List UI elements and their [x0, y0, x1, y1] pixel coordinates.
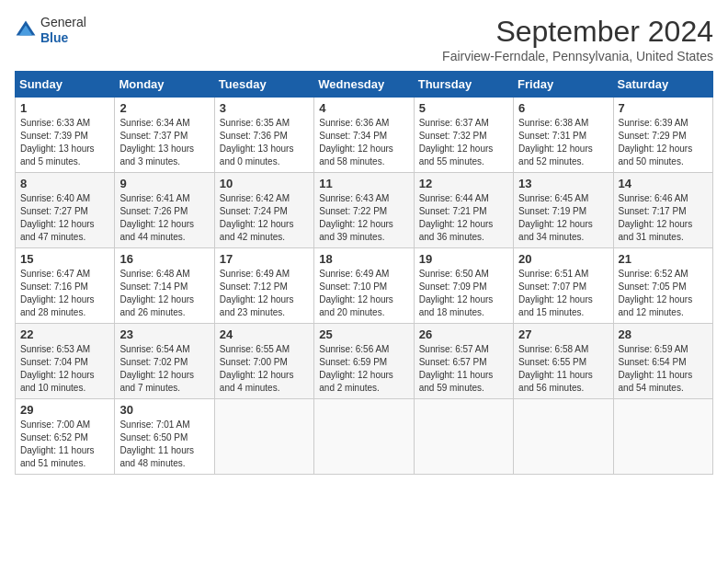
day-info: Sunrise: 6:50 AM Sunset: 7:09 PM Dayligh… [419, 268, 508, 319]
day-number: 25 [319, 327, 408, 341]
day-info: Sunrise: 6:56 AM Sunset: 6:59 PM Dayligh… [319, 343, 408, 395]
calendar-cell: 21Sunrise: 6:52 AM Sunset: 7:05 PM Dayli… [613, 248, 712, 324]
calendar-cell: 26Sunrise: 6:57 AM Sunset: 6:57 PM Dayli… [414, 324, 513, 399]
day-info: Sunrise: 6:48 AM Sunset: 7:14 PM Dayligh… [119, 268, 209, 319]
calendar-cell: 25Sunrise: 6:56 AM Sunset: 6:59 PM Dayli… [314, 324, 414, 399]
day-info: Sunrise: 6:35 AM Sunset: 7:36 PM Dayligh… [220, 117, 309, 168]
day-number: 24 [220, 327, 309, 341]
day-info: Sunrise: 6:53 AM Sunset: 7:04 PM Dayligh… [20, 343, 109, 395]
day-number: 22 [20, 327, 109, 341]
day-number: 23 [119, 327, 209, 341]
day-number: 7 [619, 101, 708, 115]
calendar-cell: 27Sunrise: 6:58 AM Sunset: 6:55 PM Dayli… [514, 324, 613, 399]
day-info: Sunrise: 7:01 AM Sunset: 6:50 PM Dayligh… [119, 419, 209, 470]
day-number: 15 [20, 252, 109, 266]
day-info: Sunrise: 6:46 AM Sunset: 7:17 PM Dayligh… [619, 192, 708, 244]
day-info: Sunrise: 6:47 AM Sunset: 7:16 PM Dayligh… [20, 268, 109, 319]
calendar-cell: 2Sunrise: 6:34 AM Sunset: 7:37 PM Daylig… [115, 98, 214, 173]
day-number: 21 [619, 252, 708, 266]
col-header-tuesday: Tuesday [214, 72, 313, 98]
calendar-cell: 12Sunrise: 6:44 AM Sunset: 7:21 PM Dayli… [414, 173, 513, 248]
day-info: Sunrise: 7:00 AM Sunset: 6:52 PM Dayligh… [20, 419, 109, 470]
logo-text: General Blue [40, 15, 86, 46]
day-info: Sunrise: 6:59 AM Sunset: 6:54 PM Dayligh… [619, 343, 708, 395]
col-header-saturday: Saturday [613, 72, 712, 98]
calendar-cell: 9Sunrise: 6:41 AM Sunset: 7:26 PM Daylig… [115, 173, 214, 248]
calendar-cell: 29Sunrise: 7:00 AM Sunset: 6:52 PM Dayli… [16, 399, 115, 475]
day-info: Sunrise: 6:49 AM Sunset: 7:10 PM Dayligh… [319, 268, 408, 319]
calendar-cell: 10Sunrise: 6:42 AM Sunset: 7:24 PM Dayli… [214, 173, 313, 248]
calendar-cell [314, 399, 414, 475]
day-info: Sunrise: 6:44 AM Sunset: 7:21 PM Dayligh… [419, 192, 508, 244]
day-number: 10 [220, 177, 309, 190]
day-info: Sunrise: 6:39 AM Sunset: 7:29 PM Dayligh… [619, 117, 708, 168]
calendar-cell: 23Sunrise: 6:54 AM Sunset: 7:02 PM Dayli… [115, 324, 214, 399]
calendar-cell: 16Sunrise: 6:48 AM Sunset: 7:14 PM Dayli… [115, 248, 214, 324]
calendar-week-4: 29Sunrise: 7:00 AM Sunset: 6:52 PM Dayli… [16, 399, 713, 475]
calendar-cell: 13Sunrise: 6:45 AM Sunset: 7:19 PM Dayli… [514, 173, 613, 248]
calendar-week-1: 8Sunrise: 6:40 AM Sunset: 7:27 PM Daylig… [16, 173, 713, 248]
day-info: Sunrise: 6:40 AM Sunset: 7:27 PM Dayligh… [20, 192, 109, 244]
day-number: 1 [20, 101, 109, 115]
calendar-cell: 1Sunrise: 6:33 AM Sunset: 7:39 PM Daylig… [16, 98, 115, 173]
calendar-table: SundayMondayTuesdayWednesdayThursdayFrid… [15, 71, 713, 475]
calendar-week-0: 1Sunrise: 6:33 AM Sunset: 7:39 PM Daylig… [16, 98, 713, 173]
day-number: 13 [518, 177, 608, 190]
day-number: 29 [20, 403, 109, 417]
day-number: 6 [518, 101, 608, 115]
col-header-friday: Friday [514, 72, 613, 98]
calendar-cell: 6Sunrise: 6:38 AM Sunset: 7:31 PM Daylig… [514, 98, 613, 173]
day-number: 26 [419, 327, 508, 341]
day-info: Sunrise: 6:57 AM Sunset: 6:57 PM Dayligh… [419, 343, 508, 395]
day-info: Sunrise: 6:45 AM Sunset: 7:19 PM Dayligh… [518, 192, 608, 244]
day-number: 20 [518, 252, 608, 266]
calendar-cell: 14Sunrise: 6:46 AM Sunset: 7:17 PM Dayli… [613, 173, 712, 248]
day-info: Sunrise: 6:55 AM Sunset: 7:00 PM Dayligh… [220, 343, 309, 395]
calendar-cell: 7Sunrise: 6:39 AM Sunset: 7:29 PM Daylig… [613, 98, 712, 173]
calendar-cell: 28Sunrise: 6:59 AM Sunset: 6:54 PM Dayli… [613, 324, 712, 399]
day-number: 4 [319, 101, 408, 115]
day-info: Sunrise: 6:43 AM Sunset: 7:22 PM Dayligh… [319, 192, 408, 244]
calendar-cell: 22Sunrise: 6:53 AM Sunset: 7:04 PM Dayli… [16, 324, 115, 399]
calendar-week-2: 15Sunrise: 6:47 AM Sunset: 7:16 PM Dayli… [16, 248, 713, 324]
day-number: 8 [20, 177, 109, 190]
calendar-cell [613, 399, 712, 475]
calendar-cell: 5Sunrise: 6:37 AM Sunset: 7:32 PM Daylig… [414, 98, 513, 173]
calendar-cell: 15Sunrise: 6:47 AM Sunset: 7:16 PM Dayli… [16, 248, 115, 324]
calendar-week-3: 22Sunrise: 6:53 AM Sunset: 7:04 PM Dayli… [16, 324, 713, 399]
day-number: 17 [220, 252, 309, 266]
day-number: 9 [119, 177, 209, 190]
day-info: Sunrise: 6:49 AM Sunset: 7:12 PM Dayligh… [220, 268, 309, 319]
day-info: Sunrise: 6:34 AM Sunset: 7:37 PM Dayligh… [119, 117, 209, 168]
day-number: 2 [119, 101, 209, 115]
day-info: Sunrise: 6:41 AM Sunset: 7:26 PM Dayligh… [119, 192, 209, 244]
title-section: September 2024 Fairview-Ferndale, Pennsy… [442, 15, 713, 63]
calendar-cell: 20Sunrise: 6:51 AM Sunset: 7:07 PM Dayli… [514, 248, 613, 324]
calendar-cell [414, 399, 513, 475]
day-info: Sunrise: 6:38 AM Sunset: 7:31 PM Dayligh… [518, 117, 608, 168]
day-number: 27 [518, 327, 608, 341]
calendar-cell: 17Sunrise: 6:49 AM Sunset: 7:12 PM Dayli… [214, 248, 313, 324]
logo-icon [15, 19, 37, 41]
day-info: Sunrise: 6:58 AM Sunset: 6:55 PM Dayligh… [518, 343, 608, 395]
col-header-monday: Monday [115, 72, 214, 98]
calendar-cell: 8Sunrise: 6:40 AM Sunset: 7:27 PM Daylig… [16, 173, 115, 248]
day-number: 14 [619, 177, 708, 190]
day-number: 30 [119, 403, 209, 417]
day-number: 18 [319, 252, 408, 266]
day-info: Sunrise: 6:52 AM Sunset: 7:05 PM Dayligh… [619, 268, 708, 319]
page-header: General Blue September 2024 Fairview-Fer… [15, 15, 713, 63]
calendar-cell [214, 399, 313, 475]
month-title: September 2024 [442, 15, 713, 49]
day-number: 12 [419, 177, 508, 190]
day-number: 16 [119, 252, 209, 266]
calendar-cell: 30Sunrise: 7:01 AM Sunset: 6:50 PM Dayli… [115, 399, 214, 475]
day-info: Sunrise: 6:51 AM Sunset: 7:07 PM Dayligh… [518, 268, 608, 319]
day-info: Sunrise: 6:54 AM Sunset: 7:02 PM Dayligh… [119, 343, 209, 395]
day-number: 28 [619, 327, 708, 341]
col-header-thursday: Thursday [414, 72, 513, 98]
day-info: Sunrise: 6:33 AM Sunset: 7:39 PM Dayligh… [20, 117, 109, 168]
calendar-cell: 24Sunrise: 6:55 AM Sunset: 7:00 PM Dayli… [214, 324, 313, 399]
location: Fairview-Ferndale, Pennsylvania, United … [442, 49, 713, 63]
day-number: 11 [319, 177, 408, 190]
